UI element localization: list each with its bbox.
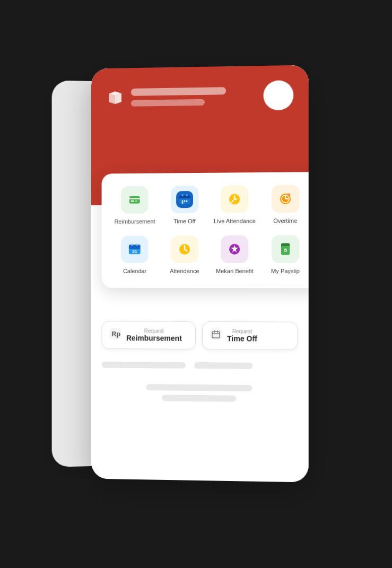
quick-actions-card: Reimbursement [101,172,308,288]
skeleton-line [101,361,185,368]
grid-item-mekari-benefit[interactable]: Mekari Benefit [213,235,256,275]
grid-item-timeoff[interactable]: Time Off [163,185,205,225]
mekari-benefit-icon [221,235,248,263]
grid-item-my-payslip[interactable]: My Payslip [264,235,307,275]
grid-item-calendar[interactable]: 31 Calendar [114,235,155,275]
rupiah-icon: Rp [109,328,121,342]
mekari-benefit-label: Mekari Benefit [216,267,254,275]
header-top [106,80,293,112]
timeoff-request-label-big: Time Off [227,334,257,343]
grid-row-1: Reimbursement [110,185,308,225]
overtime-icon [271,185,299,213]
timeoff-icon [170,186,198,213]
svg-rect-8 [129,196,140,203]
reimbursement-request-label-big: Reimbursement [126,334,181,342]
my-payslip-icon [271,235,299,263]
phone-card: Rp Request Reimbursement [91,65,308,482]
timeoff-label: Time Off [173,217,195,225]
attendance-label: Attendance [170,267,199,275]
calendar-label: Calendar [123,267,146,275]
svg-text:Rp: Rp [111,330,120,338]
grid-item-attendance[interactable]: Attendance [163,235,205,275]
skeleton-line [194,362,252,369]
reimbursement-request-label-small: Request [126,328,181,334]
request-buttons-row: Rp Request Reimbursement [91,321,308,350]
request-timeoff-button[interactable]: Request Time Off [202,321,297,350]
user-avatar[interactable] [263,80,293,110]
grid-row-2: 31 Calendar Attendance [110,235,308,275]
reimbursement-icon [121,186,148,213]
reimbursement-label: Reimbursement [114,217,155,225]
live-attendance-icon [221,185,248,213]
timeoff-request-text: Request Time Off [227,328,257,343]
skeleton-line-center [146,384,252,391]
my-payslip-label: My Payslip [271,267,299,275]
skeleton-row-1 [101,361,298,369]
grid-item-overtime[interactable]: Overtime [264,185,307,224]
calendar-request-icon [210,328,222,343]
timeoff-request-label-small: Request [227,328,257,334]
live-attendance-label: Live Attendance [214,217,256,225]
header-name-line [130,87,225,96]
calendar-icon: 31 [121,235,148,263]
attendance-icon [170,235,198,263]
request-reimbursement-button[interactable]: Rp Request Reimbursement [101,321,195,349]
overtime-label: Overtime [273,217,297,225]
grid-item-live-attendance[interactable]: Live Attendance [213,185,256,225]
svg-text:31: 31 [132,249,137,254]
grid-item-reimbursement[interactable]: Reimbursement [114,186,155,225]
header-sub-line [130,99,204,106]
skeleton-content [91,361,308,403]
skeleton-line-center-2 [162,395,236,401]
app-logo [106,88,124,107]
header-text [130,86,263,107]
reimbursement-request-text: Request Reimbursement [126,328,181,342]
scene: Rp Request Reimbursement [69,67,324,502]
